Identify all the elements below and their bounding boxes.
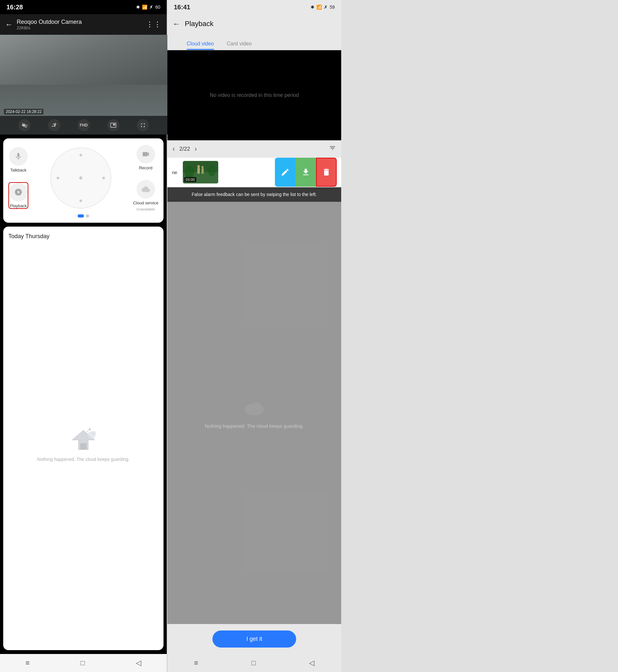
joystick-dot-center — [79, 177, 82, 180]
controls-card: Talkback Playback — [3, 138, 164, 223]
dot-2[interactable] — [86, 214, 89, 218]
right-bottom-nav: ≡ □ ◁ — [167, 654, 341, 672]
svg-point-3 — [91, 431, 96, 436]
talkback-icon-circle — [9, 147, 28, 166]
joystick-dot-bottom — [80, 200, 82, 202]
left-camera-title: Reoqoo Outdoor Camera — [17, 19, 142, 25]
right-back-nav-icon[interactable]: ◁ — [309, 659, 314, 667]
right-home-icon[interactable]: □ — [251, 659, 255, 667]
cloud-guard-icon — [241, 398, 267, 417]
next-page-button[interactable]: › — [194, 145, 197, 153]
pagination-bar: ‹ 2/22 › — [167, 140, 341, 158]
record-label: Record — [139, 165, 152, 170]
tab-cloud-video-label: Cloud video — [187, 41, 214, 46]
svg-rect-8 — [197, 167, 200, 174]
left-back-button[interactable]: ← — [5, 20, 13, 29]
swipe-tip: False alarm feedback can be sent by swip… — [167, 187, 341, 202]
svg-point-17 — [256, 406, 263, 412]
record-button[interactable]: Record — [133, 145, 159, 170]
left-header: ← Reoqoo Outdoor Camera 22KB/s ⋮⋮ — [0, 14, 167, 35]
left-title-group: Reoqoo Outdoor Camera 22KB/s — [17, 19, 142, 30]
controls-left: Talkback Playback — [8, 147, 28, 209]
svg-rect-1 — [80, 443, 87, 450]
svg-point-11 — [202, 166, 204, 168]
video-duration: 03:00 — [184, 177, 196, 182]
camera-feed: 2024-02-22 16:28:22 FHD — [0, 35, 167, 134]
controls-right: Record Cloud service Unavailable — [133, 145, 159, 211]
tab-card-video-label: Card video — [227, 41, 252, 46]
video-list-item: ne 03:00 — [167, 158, 341, 187]
cloud-service-sublabel: Unavailable — [136, 207, 155, 211]
phone-right: 16:41 ✱ 📶 ✗ 59 ← Playback Cloud video Ca… — [167, 0, 341, 672]
joystick-dot-top — [80, 154, 82, 156]
left-status-bar: 16:28 ✱ 📶 ✗ 60 — [0, 0, 167, 14]
get-it-button[interactable]: I get it — [212, 631, 296, 648]
right-wifi-icon: 📶 — [316, 4, 322, 10]
dot-1[interactable] — [78, 214, 84, 218]
video-item-name: ne — [172, 170, 178, 175]
right-menu-icon[interactable]: ≡ — [194, 659, 198, 667]
fhd-button[interactable]: FHD — [78, 119, 90, 131]
right-battery-icon: 59 — [330, 4, 335, 10]
tab-card-video[interactable]: Card video — [220, 38, 258, 50]
left-home-icon[interactable]: □ — [81, 659, 85, 667]
bluetooth-icon: ✱ — [136, 4, 140, 10]
house-illustration — [67, 427, 99, 453]
pagination-dots — [8, 214, 159, 218]
pip-button[interactable] — [107, 119, 119, 131]
svg-point-5 — [89, 428, 91, 430]
today-card: Today Thursday Nothing happened. The clo… — [3, 227, 164, 650]
right-back-button[interactable]: ← — [173, 19, 180, 28]
signal-icon: ✗ — [149, 4, 153, 10]
playback-button[interactable]: Playback — [8, 182, 28, 209]
today-empty-text: Nothing happened. The cloud keeps guardi… — [37, 457, 130, 462]
right-status-icons: ✱ 📶 ✗ 59 — [311, 4, 335, 10]
today-title: Today Thursday — [8, 233, 49, 240]
crop-button[interactable] — [48, 119, 60, 131]
tab-cloud-video[interactable]: Cloud video — [180, 38, 220, 50]
joystick-dot-right — [102, 177, 105, 179]
prev-page-button[interactable]: ‹ — [173, 145, 175, 153]
filter-icon[interactable] — [329, 144, 336, 153]
empty-illustration: Nothing happened. The cloud keeps guardi… — [37, 245, 130, 644]
left-time: 16:28 — [6, 4, 23, 11]
pagination-controls: ‹ 2/22 › — [173, 145, 197, 153]
dimmed-section: Nothing happened. The cloud keeps guardi… — [167, 202, 341, 624]
edit-button[interactable] — [275, 158, 296, 187]
swipe-tip-text: False alarm feedback can be sent by swip… — [192, 192, 317, 197]
joystick-dot-left — [57, 177, 59, 179]
fullscreen-button[interactable] — [137, 119, 149, 131]
right-status-bar: 16:41 ✱ 📶 ✗ 59 — [167, 0, 341, 14]
action-buttons — [275, 158, 337, 187]
mute-button[interactable] — [18, 119, 30, 131]
talkback-label: Talkback — [10, 168, 27, 173]
no-video-text: No video is recorded in this time period — [210, 92, 299, 98]
joystick-outer[interactable] — [50, 147, 111, 209]
camera-controls-bar: FHD — [0, 116, 167, 134]
tabs-bar: Cloud video Card video — [167, 33, 341, 50]
phone-left: 16:28 ✱ 📶 ✗ 60 ← Reoqoo Outdoor Camera 2… — [0, 0, 167, 672]
cloud-service-icon-circle — [136, 180, 155, 199]
page-info: 2/22 — [179, 146, 190, 152]
svg-point-13 — [208, 165, 216, 177]
talkback-button[interactable]: Talkback — [8, 147, 28, 173]
svg-point-10 — [197, 165, 200, 168]
svg-line-4 — [87, 430, 89, 432]
left-back-nav-icon[interactable]: ◁ — [136, 659, 141, 667]
playback-label: Playback — [10, 203, 27, 208]
left-menu-icon[interactable]: ≡ — [25, 659, 30, 667]
left-more-button[interactable]: ⋮⋮ — [146, 20, 162, 29]
left-status-icons: ✱ 📶 ✗ 60 — [136, 4, 160, 10]
left-bottom-nav: ≡ □ ◁ — [0, 654, 167, 672]
battery-icon: 60 — [155, 4, 160, 10]
cloud-service-button[interactable]: Cloud service Unavailable — [133, 180, 159, 211]
download-button[interactable] — [296, 158, 316, 187]
wifi-icon: 📶 — [142, 4, 147, 10]
dimmed-empty-text: Nothing happened. The cloud keeps guardi… — [205, 423, 304, 429]
cloud-service-label: Cloud service — [133, 201, 159, 205]
playback-header: ← Playback — [167, 14, 341, 33]
delete-button[interactable] — [316, 158, 337, 187]
joystick-container[interactable] — [48, 146, 113, 210]
record-icon-circle — [136, 145, 155, 163]
video-thumbnail[interactable]: 03:00 — [183, 161, 218, 184]
